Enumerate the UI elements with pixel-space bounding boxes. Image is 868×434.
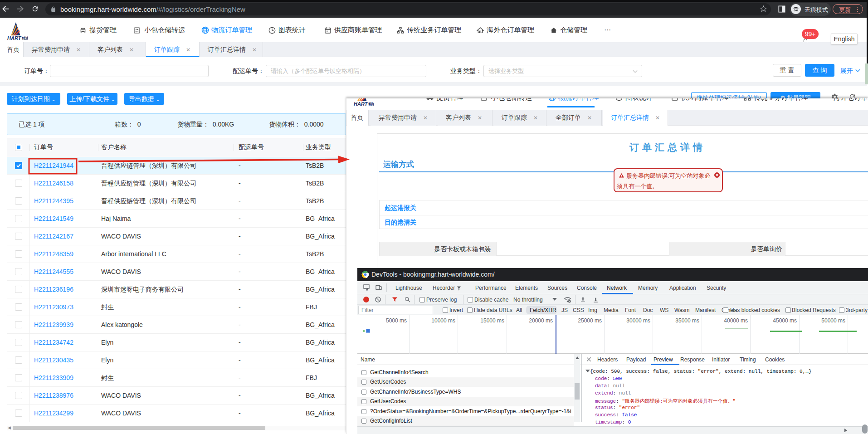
svg-text:精迪: 精迪 (368, 102, 374, 106)
